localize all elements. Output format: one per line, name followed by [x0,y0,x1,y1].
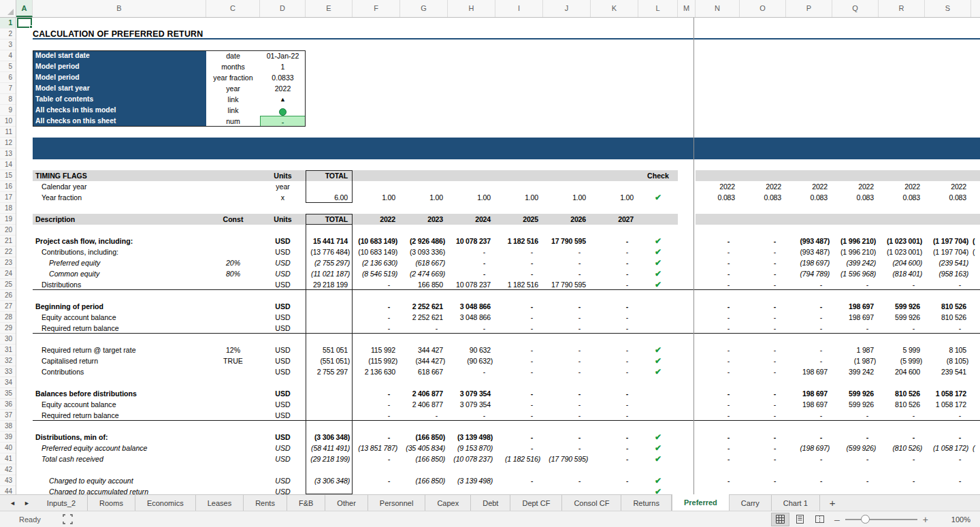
cell-K27[interactable]: - [591,301,638,312]
cell-R28[interactable]: 599 926 [879,312,925,323]
cell-K25[interactable]: - [591,279,638,290]
cell-N37[interactable]: - [696,410,740,421]
cell-J29[interactable]: - [543,323,591,334]
row-label-33[interactable]: Contributions [33,366,206,377]
cell-N36[interactable]: - [696,399,740,410]
cell-I31[interactable]: - [495,345,543,355]
cell-C19[interactable]: Const [206,214,260,225]
row-header-39[interactable]: 39 [0,432,16,443]
col-header-A[interactable]: A [16,0,33,17]
cell-F22[interactable]: (10 683 149) [353,246,400,257]
cell-E21[interactable]: 15 441 714 [306,236,353,246]
cell-R37[interactable]: - [879,410,925,421]
cell-H37[interactable]: - [448,410,495,421]
zoom-out-button[interactable]: – [834,514,840,525]
cell-D21[interactable]: USD [260,236,306,246]
cell-E40[interactable]: (58 411 491) [306,443,353,453]
cell-J22[interactable]: - [543,246,591,257]
tab-leases[interactable]: Leases [196,495,244,511]
cell-J32[interactable]: - [543,355,591,366]
cell-P33[interactable]: 198 697 [786,366,832,377]
cell-F36[interactable]: - [353,399,400,410]
cell-R35[interactable]: 810 526 [879,388,925,399]
cell-F33[interactable]: 2 136 630 [353,366,400,377]
row-label-28[interactable]: Equity account balance [33,312,206,323]
cell-I21[interactable]: 1 182 516 [495,236,543,246]
cell-N33[interactable]: - [696,366,740,377]
cell-E33[interactable]: 2 755 297 [306,366,353,377]
col-header-O[interactable]: O [740,0,786,17]
row-label-43[interactable]: Charged to equity account [33,475,206,486]
cell-H22[interactable]: - [448,246,495,257]
tab-capex[interactable]: Capex [425,495,471,511]
cell-E24[interactable]: (11 021 187) [306,268,353,279]
cell-D31[interactable]: USD [260,345,306,355]
cell-O25[interactable]: - [740,279,786,290]
cell-S43[interactable]: - [925,475,971,486]
toc-link-triangle-icon[interactable]: ▲ [260,94,306,105]
cell-G29[interactable]: - [400,323,448,334]
cell-P43[interactable]: - [786,475,832,486]
page-layout-view-button[interactable] [791,513,809,526]
cell-G35[interactable]: 2 406 877 [400,388,448,399]
row-label-37[interactable]: Required return balance [33,410,206,421]
cell-K22[interactable]: - [591,246,638,257]
cell-H32[interactable]: (90 632) [448,355,495,366]
row-header-13[interactable]: 13 [0,148,16,159]
cell-D25[interactable]: USD [260,279,306,290]
cell-I37[interactable]: - [495,410,543,421]
cell-D32[interactable]: USD [260,355,306,366]
cell-K28[interactable]: - [591,312,638,323]
check-icon[interactable]: ✔ [638,443,678,453]
cell-Q39[interactable]: - [832,432,879,443]
selection-mode-icon[interactable] [63,514,73,524]
info-label-5[interactable]: Model period [33,61,206,72]
cell-C23[interactable]: 20% [206,257,260,268]
tab-f-b[interactable]: F&B [287,495,325,511]
col-header-M[interactable]: M [678,0,696,17]
cell-N27[interactable]: - [696,301,740,312]
tab-inputs-2[interactable]: Inputs_2 [35,495,88,511]
cell-S41[interactable]: - [925,453,971,464]
row-label-40[interactable]: Preferred equity account balance [33,443,206,453]
cell-Q36[interactable]: 599 926 [832,399,879,410]
cell-K43[interactable]: - [591,475,638,486]
cell-J35[interactable]: - [543,388,591,399]
info-unit-4[interactable]: date [206,50,260,61]
info-value-5[interactable]: 1 [260,61,306,72]
cell-R23[interactable]: (204 600) [879,257,925,268]
row-header-35[interactable]: 35 [0,388,16,399]
cell-N16[interactable]: 2022 [696,181,740,192]
col-header-S[interactable]: S [925,0,971,17]
cell-P28[interactable]: - [786,312,832,323]
cell-S36[interactable]: 1 058 172 [925,399,971,410]
row-header-36[interactable]: 36 [0,399,16,410]
cell-S37[interactable]: - [925,410,971,421]
cell-K31[interactable]: - [591,345,638,355]
row-header-14[interactable]: 14 [0,159,16,170]
row-header-28[interactable]: 28 [0,312,16,323]
cell-P23[interactable]: (198 697) [786,257,832,268]
cell-N22[interactable]: - [696,246,740,257]
row-header-22[interactable]: 22 [0,246,16,257]
tab-debt[interactable]: Debt [471,495,510,511]
cell-N29[interactable]: - [696,323,740,334]
cell-T22[interactable]: ( [971,246,980,257]
cell-G23[interactable]: (618 667) [400,257,448,268]
cell-O32[interactable]: - [740,355,786,366]
cell-C31[interactable]: 12% [206,345,260,355]
cell-J31[interactable]: - [543,345,591,355]
row-header-7[interactable]: 7 [0,83,16,94]
row-header-17[interactable]: 17 [0,192,16,203]
tab-scroll-right-icon[interactable]: ► [24,500,30,507]
cell-J37[interactable]: - [543,410,591,421]
cell-O27[interactable]: - [740,301,786,312]
cell-P36[interactable]: 198 697 [786,399,832,410]
check-icon[interactable]: ✔ [638,279,678,290]
info-label-10[interactable]: All checks on this sheet [33,116,206,127]
cell-K37[interactable]: - [591,410,638,421]
row-header-11[interactable]: 11 [0,127,16,138]
cell-O22[interactable]: - [740,246,786,257]
cell-K33[interactable]: - [591,366,638,377]
col-header-D[interactable]: D [260,0,306,17]
